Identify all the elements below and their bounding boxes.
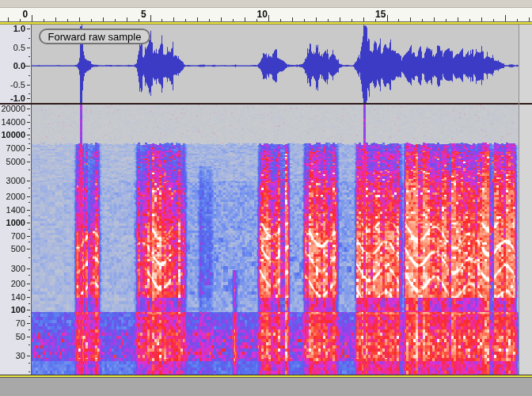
axis-label: 14000 xyxy=(1,118,25,127)
axis-tick xyxy=(28,316,30,317)
axis-label: 5000 xyxy=(6,158,25,166)
axis-tick xyxy=(27,196,30,197)
axis-tick xyxy=(28,115,30,116)
axis-tick xyxy=(28,56,30,57)
waveform-vertical-ruler[interactable]: 1.00.50.0-0.5-1.0 xyxy=(0,25,32,103)
axis-label: 100 xyxy=(11,306,25,314)
axis-label: 300 xyxy=(11,265,25,273)
track-title-badge[interactable]: Forward raw sample xyxy=(39,29,150,44)
axis-label: 700 xyxy=(11,232,25,241)
axis-tick xyxy=(27,148,30,149)
axis-tick xyxy=(27,323,30,324)
spectrogram-plot[interactable] xyxy=(32,105,532,375)
axis-tick xyxy=(28,202,30,203)
axis-label: 1.0 xyxy=(13,25,25,33)
axis-label: 1400 xyxy=(6,206,25,215)
axis-tick xyxy=(28,188,30,188)
frequency-vertical-ruler[interactable]: 2000014000100007000500030002000140010007… xyxy=(0,105,32,375)
track-title: Forward raw sample xyxy=(48,31,142,43)
axis-tick xyxy=(28,275,30,276)
axis-tick xyxy=(28,143,30,144)
axis-tick xyxy=(27,337,30,337)
axis-tick xyxy=(27,98,30,99)
axis-label: 10000 xyxy=(1,131,25,139)
axis-tick xyxy=(27,109,30,109)
axis-label: -0.5 xyxy=(10,81,25,89)
axis-tick xyxy=(28,154,30,155)
axis-tick xyxy=(27,122,30,123)
axis-label: 30 xyxy=(16,352,25,360)
window-top-strip xyxy=(0,0,532,8)
axis-tick xyxy=(27,310,30,310)
axis-tick xyxy=(27,236,30,237)
audio-end-edge xyxy=(519,25,519,375)
axis-tick xyxy=(27,249,30,249)
axis-label: -1.0 xyxy=(10,94,25,103)
axis-label: 70 xyxy=(16,319,25,328)
axis-label: 140 xyxy=(11,293,25,302)
axis-tick xyxy=(28,139,30,139)
axis-tick xyxy=(28,363,30,364)
axis-tick xyxy=(28,38,30,39)
axis-tick xyxy=(27,48,30,48)
window-bottom-strip xyxy=(0,378,532,396)
timeline-label: 15 xyxy=(375,9,386,20)
timeline-label: 10 xyxy=(257,9,268,20)
audacity-window: 051015 1.00.50.0-0.5-1.0 200001400010000… xyxy=(0,0,532,396)
axis-tick xyxy=(28,329,30,330)
axis-label: 1000 xyxy=(6,219,25,227)
axis-tick xyxy=(27,181,30,181)
axis-label: 0.0 xyxy=(13,62,25,70)
axis-tick xyxy=(27,297,30,298)
axis-tick xyxy=(28,128,30,129)
timeline-label: 5 xyxy=(141,9,146,20)
axis-tick xyxy=(27,223,30,223)
axis-label: 0.5 xyxy=(13,44,25,52)
axis-tick xyxy=(27,135,30,135)
axis-label: 50 xyxy=(16,333,25,341)
axis-tick xyxy=(27,162,30,162)
axis-label: 20000 xyxy=(1,105,25,113)
axis-label: 2000 xyxy=(6,192,25,201)
axis-label: 7000 xyxy=(6,144,25,153)
axis-tick xyxy=(28,215,30,216)
axis-tick xyxy=(28,93,30,94)
axis-tick xyxy=(25,66,30,67)
axis-tick xyxy=(27,268,30,269)
axis-tick xyxy=(28,169,30,170)
axis-label: 200 xyxy=(11,280,25,288)
axis-label: 500 xyxy=(11,245,25,253)
axis-tick xyxy=(28,229,30,230)
axis-tick xyxy=(27,210,30,211)
axis-tick xyxy=(27,284,30,284)
axis-tick xyxy=(28,290,30,291)
axis-tick xyxy=(27,356,30,356)
axis-tick xyxy=(28,242,30,242)
axis-tick xyxy=(28,257,30,258)
axis-tick xyxy=(28,345,30,345)
axis-label: 3000 xyxy=(6,177,25,185)
axis-tick xyxy=(28,303,30,304)
timeline-ruler[interactable]: 051015 xyxy=(0,8,532,22)
axis-tick xyxy=(27,29,30,29)
spectrogram-track[interactable] xyxy=(0,105,532,375)
axis-tick xyxy=(28,371,30,372)
timeline-label: 0 xyxy=(23,9,28,20)
axis-tick xyxy=(27,85,30,86)
axis-tick xyxy=(28,75,30,76)
